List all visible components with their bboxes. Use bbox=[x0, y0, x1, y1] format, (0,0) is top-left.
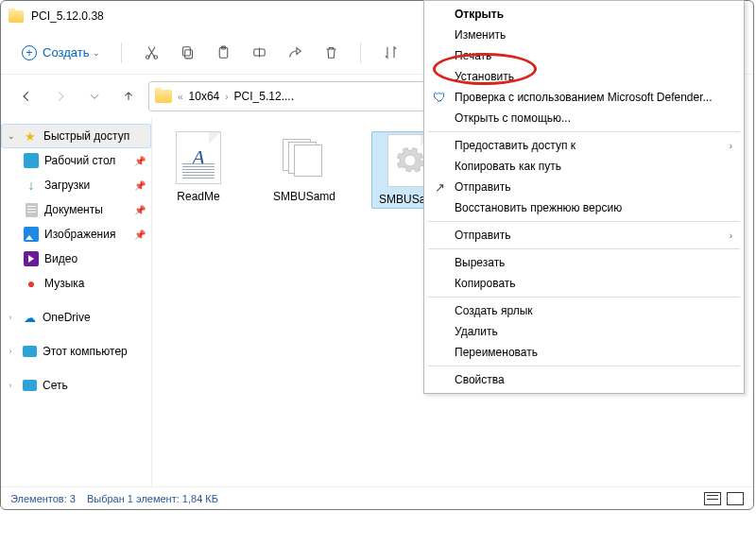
new-button[interactable]: + Создать ⌄ bbox=[14, 41, 108, 65]
ctx-restoreprev[interactable]: Восстановить прежнюю версию bbox=[426, 197, 742, 218]
label: Документы bbox=[44, 203, 103, 216]
label: Этот компьютер bbox=[43, 345, 128, 358]
window-title: PCI_5.12.0.38 bbox=[31, 9, 104, 23]
status-bar: Элементов: 3 Выбран 1 элемент: 1,84 КБ bbox=[1, 486, 753, 509]
pin-icon: 📌 bbox=[134, 156, 146, 166]
pin-icon: 📌 bbox=[134, 205, 146, 215]
pin-icon: 📌 bbox=[134, 180, 146, 191]
sidebar-music[interactable]: ●Музыка bbox=[1, 271, 151, 296]
plus-icon: + bbox=[22, 45, 37, 60]
delete-button[interactable] bbox=[315, 37, 347, 69]
chevron-right-icon: › bbox=[720, 230, 732, 241]
menu-separator bbox=[428, 221, 740, 222]
file-item[interactable]: SMBUSamd bbox=[266, 131, 343, 203]
pin-icon: 📌 bbox=[134, 230, 146, 240]
video-icon bbox=[24, 251, 39, 266]
sidebar-documents[interactable]: Документы📌 bbox=[1, 197, 151, 222]
details-view-button[interactable] bbox=[704, 492, 721, 505]
shield-icon: 🛡 bbox=[432, 90, 447, 105]
ctx-properties[interactable]: Свойства bbox=[426, 369, 742, 390]
sidebar-thispc[interactable]: ›Этот компьютер bbox=[1, 339, 151, 364]
image-icon bbox=[24, 227, 39, 242]
text-file-icon: A bbox=[176, 131, 221, 184]
new-label: Создать bbox=[43, 45, 89, 60]
ctx-defender[interactable]: 🛡Проверка с использованием Microsoft Def… bbox=[426, 87, 742, 108]
menu-separator bbox=[428, 366, 740, 366]
file-name: ReadMe bbox=[177, 190, 219, 203]
file-name: SMBUSamd bbox=[273, 190, 335, 203]
svg-rect-3 bbox=[182, 47, 190, 56]
rename-button[interactable] bbox=[243, 37, 275, 69]
ctx-copypath[interactable]: Копировать как путь bbox=[426, 156, 742, 177]
selection-info: Выбран 1 элемент: 1,84 КБ bbox=[87, 493, 218, 504]
up-button[interactable] bbox=[114, 82, 143, 111]
share-button[interactable] bbox=[279, 37, 311, 69]
chevron-right-icon: › bbox=[720, 141, 732, 151]
ctx-install[interactable]: Установить bbox=[426, 66, 742, 87]
sidebar-desktop[interactable]: Рабочий стол📌 bbox=[1, 148, 151, 173]
music-icon: ● bbox=[24, 276, 39, 291]
chevron-down-icon: ⌄ bbox=[93, 48, 100, 58]
ctx-print[interactable]: Печать bbox=[426, 45, 742, 66]
document-icon bbox=[26, 203, 38, 217]
sidebar: ⌄ ★ Быстрый доступ Рабочий стол📌 ↓Загруз… bbox=[1, 118, 152, 486]
ctx-edit[interactable]: Изменить bbox=[426, 25, 742, 45]
ctx-share[interactable]: ↗Отправить bbox=[426, 177, 742, 197]
label: Изображения bbox=[44, 228, 115, 241]
chevron-right-icon: › bbox=[5, 347, 16, 356]
sidebar-network[interactable]: ›Сеть bbox=[1, 373, 151, 398]
ctx-openwith[interactable]: Открыть с помощью... bbox=[426, 108, 742, 128]
desktop-icon bbox=[24, 153, 39, 168]
share-icon: ↗ bbox=[432, 179, 447, 195]
file-item[interactable]: A ReadMe bbox=[160, 131, 237, 203]
forward-button[interactable] bbox=[46, 82, 75, 111]
ctx-rename[interactable]: Переименовать bbox=[426, 342, 742, 363]
menu-separator bbox=[428, 248, 740, 249]
recent-button[interactable] bbox=[80, 82, 109, 111]
sort-button[interactable] bbox=[374, 37, 406, 69]
chevron-down-icon: ⌄ bbox=[6, 131, 17, 141]
chevron-right-icon: › bbox=[225, 92, 228, 102]
sidebar-videos[interactable]: Видео bbox=[1, 247, 151, 271]
folder-icon bbox=[155, 90, 172, 103]
download-icon: ↓ bbox=[24, 178, 39, 193]
item-count: Элементов: 3 bbox=[10, 493, 76, 504]
catalog-file-icon bbox=[282, 131, 327, 184]
ctx-sendto[interactable]: Отправить› bbox=[426, 225, 742, 246]
back-button[interactable] bbox=[12, 82, 41, 111]
svg-rect-2 bbox=[185, 50, 193, 59]
context-menu: Открыть Изменить Печать Установить 🛡Пров… bbox=[423, 0, 745, 394]
cloud-icon: ☁ bbox=[22, 310, 37, 325]
star-icon: ★ bbox=[23, 128, 38, 144]
gear-icon bbox=[393, 144, 427, 178]
sidebar-quick-access[interactable]: ⌄ ★ Быстрый доступ bbox=[1, 124, 151, 148]
paste-button[interactable] bbox=[207, 37, 239, 69]
ctx-copy[interactable]: Копировать bbox=[426, 273, 742, 294]
label: Быстрый доступ bbox=[43, 129, 129, 143]
chevron-right-icon: › bbox=[5, 381, 16, 390]
icons-view-button[interactable] bbox=[727, 492, 744, 505]
breadcrumb-seg[interactable]: PCI_5.12.... bbox=[234, 90, 294, 103]
ctx-giveaccess[interactable]: Предоставить доступ к› bbox=[426, 135, 742, 156]
sidebar-onedrive[interactable]: ›☁OneDrive bbox=[1, 305, 151, 330]
ctx-open[interactable]: Открыть bbox=[426, 4, 742, 25]
ctx-delete[interactable]: Удалить bbox=[426, 321, 742, 342]
label: Рабочий стол bbox=[44, 154, 115, 167]
separator bbox=[121, 43, 122, 63]
menu-separator bbox=[428, 297, 740, 298]
ctx-cut[interactable]: Вырезать bbox=[426, 252, 742, 273]
cut-button[interactable] bbox=[135, 37, 167, 69]
separator bbox=[360, 43, 361, 63]
label: Загрузки bbox=[44, 179, 90, 192]
ctx-shortcut[interactable]: Создать ярлык bbox=[426, 300, 742, 321]
chevron-right-icon: › bbox=[5, 313, 16, 322]
chevron-right-icon: « bbox=[178, 92, 183, 102]
breadcrumb-seg[interactable]: 10x64 bbox=[189, 90, 220, 103]
copy-button[interactable] bbox=[171, 37, 203, 69]
menu-separator bbox=[428, 131, 740, 132]
sidebar-pictures[interactable]: Изображения📌 bbox=[1, 222, 151, 247]
label: Видео bbox=[44, 252, 77, 265]
sidebar-downloads[interactable]: ↓Загрузки📌 bbox=[1, 173, 151, 197]
folder-icon bbox=[9, 10, 24, 23]
label: OneDrive bbox=[43, 311, 91, 324]
